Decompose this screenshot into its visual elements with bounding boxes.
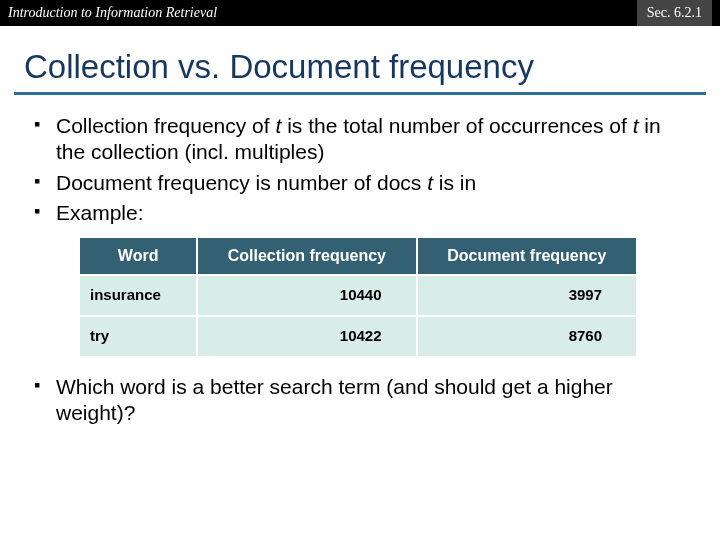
cell-df: 3997 <box>417 275 637 316</box>
closing-bullet-list: Which word is a better search term (and … <box>34 374 686 427</box>
closing-content: Which word is a better search term (and … <box>0 358 720 427</box>
bullet-3: Example: <box>34 200 686 226</box>
section-label: Sec. 6.2.1 <box>637 0 712 26</box>
cell-df: 8760 <box>417 316 637 357</box>
course-title: Introduction to Information Retrieval <box>8 5 217 21</box>
bullet-2: Document frequency is number of docs t i… <box>34 170 686 196</box>
cell-word: insurance <box>79 275 197 316</box>
col-header-df: Document frequency <box>417 237 637 275</box>
col-header-cf: Collection frequency <box>197 237 416 275</box>
table-row: insurance 10440 3997 <box>79 275 637 316</box>
top-bar: Introduction to Information Retrieval Se… <box>0 0 720 26</box>
slide-title: Collection vs. Document frequency <box>0 26 720 92</box>
closing-bullet: Which word is a better search term (and … <box>34 374 686 427</box>
cell-word: try <box>79 316 197 357</box>
bullet-1: Collection frequency of t is the total n… <box>34 113 686 166</box>
body-content: Collection frequency of t is the total n… <box>0 95 720 358</box>
text: Document frequency is number of docs <box>56 171 427 194</box>
frequency-table: Word Collection frequency Document frequ… <box>78 236 638 358</box>
cell-cf: 10440 <box>197 275 416 316</box>
text: Collection frequency of <box>56 114 275 137</box>
table-header-row: Word Collection frequency Document frequ… <box>79 237 637 275</box>
text: is the total number of occurrences of <box>281 114 632 137</box>
table-row: try 10422 8760 <box>79 316 637 357</box>
text: Example: <box>56 201 144 224</box>
bullet-list: Collection frequency of t is the total n… <box>34 113 686 226</box>
cell-cf: 10422 <box>197 316 416 357</box>
slide: Introduction to Information Retrieval Se… <box>0 0 720 540</box>
text: is in <box>433 171 476 194</box>
col-header-word: Word <box>79 237 197 275</box>
text: Which word is a better search term (and … <box>56 375 613 424</box>
